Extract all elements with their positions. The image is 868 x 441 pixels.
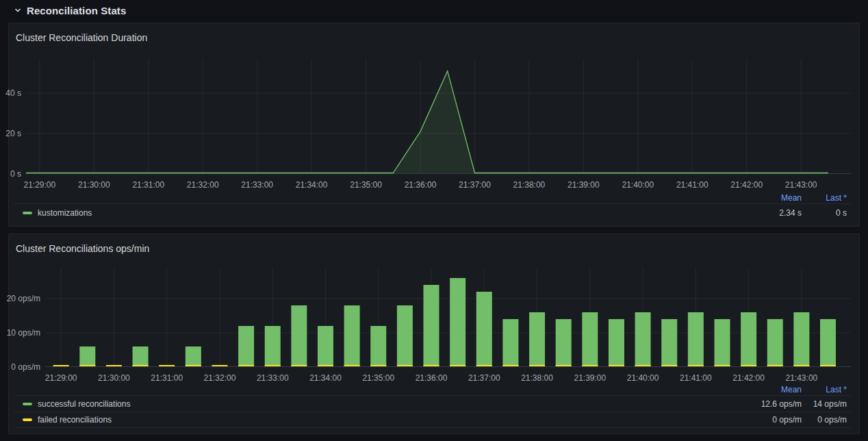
x-axis-tick-label: 21:31:00: [151, 373, 183, 383]
bar-failed-reconciliations: [106, 365, 122, 366]
dashboard-row-header[interactable]: Reconciliation Stats: [14, 2, 126, 18]
y-axis-tick-label: 10 ops/m: [3, 328, 40, 338]
x-axis-tick-label: 21:35:00: [362, 373, 394, 383]
legend-mean-value: 0 ops/m: [733, 415, 802, 425]
bar-failed-reconciliations: [820, 365, 836, 366]
legend-header: Mean Last *: [14, 383, 851, 395]
y-axis-tick-label: 0 ops/m: [3, 362, 40, 372]
bar-failed-reconciliations: [767, 365, 783, 366]
legend-mean-header[interactable]: Mean: [733, 193, 802, 203]
bar-failed-reconciliations: [133, 365, 149, 366]
bar-failed-reconciliations: [556, 365, 572, 366]
bar-successful-reconciliations: [767, 319, 783, 366]
bar-successful-reconciliations: [793, 312, 809, 366]
bar-failed-reconciliations: [450, 365, 465, 366]
x-axis-tick-label: 21:34:00: [296, 180, 328, 190]
x-axis-tick-label: 21:41:00: [680, 373, 712, 383]
panel-title[interactable]: Cluster Reconciliations ops/min: [16, 243, 149, 254]
legend-mean-value: 2.34 s: [733, 208, 802, 218]
duration-legend: Mean Last * kustomizations 2.34 s 0 s: [14, 192, 851, 221]
x-axis-tick-label: 21:43:00: [785, 180, 817, 190]
bar-successful-reconciliations: [556, 319, 572, 366]
bar-successful-reconciliations: [265, 326, 281, 366]
series-label[interactable]: kustomizations: [38, 208, 92, 218]
legend-last-value: 14 ops/m: [802, 399, 847, 409]
legend-last-header[interactable]: Last *: [802, 193, 847, 203]
legend-header: Mean Last *: [14, 192, 851, 203]
bar-successful-reconciliations: [741, 312, 756, 366]
x-axis-tick-label: 21:35:00: [350, 180, 382, 190]
bar-failed-reconciliations: [714, 365, 730, 366]
series-area-fill: [26, 71, 828, 174]
x-axis-tick-label: 21:42:00: [730, 180, 763, 190]
grafana-dashboard: Reconciliation Stats Cluster Reconciliat…: [0, 0, 868, 441]
bar-successful-reconciliations: [529, 312, 545, 366]
x-axis-tick-label: 21:38:00: [521, 373, 553, 383]
ops-chart-plot: 0 ops/m10 ops/m20 ops/m21:29:0021:30:002…: [45, 268, 851, 367]
bar-failed-reconciliations: [265, 365, 281, 366]
x-axis-tick-label: 21:39:00: [567, 180, 600, 190]
x-axis-tick-label: 21:41:00: [676, 180, 709, 190]
x-axis-tick-label: 21:37:00: [459, 180, 491, 190]
panel-cluster-reconciliations-ops: Cluster Reconciliations ops/min 0 ops/m1…: [8, 234, 860, 434]
bar-failed-reconciliations: [476, 365, 492, 366]
bar-successful-reconciliations: [291, 305, 307, 366]
bar-successful-reconciliations: [397, 305, 413, 366]
duration-chart-plot: 0 s20 s40 s21:29:0021:30:0021:31:0021:32…: [26, 59, 851, 174]
bar-failed-reconciliations: [529, 365, 545, 366]
x-axis-tick-label: 21:34:00: [309, 373, 342, 383]
x-axis-tick-label: 21:39:00: [574, 373, 606, 383]
bar-failed-reconciliations: [741, 365, 756, 366]
legend-row-successful: successful reconciliations 12.6 ops/m 14…: [14, 395, 851, 412]
x-axis-tick-label: 21:36:00: [405, 180, 437, 190]
bar-failed-reconciliations: [370, 365, 386, 366]
bar-successful-reconciliations: [635, 312, 651, 366]
bar-successful-reconciliations: [370, 326, 386, 366]
legend-mean-value: 12.6 ops/m: [733, 399, 802, 409]
ops-legend: Mean Last * successful reconciliations 1…: [14, 383, 851, 428]
bar-failed-reconciliations: [159, 365, 175, 366]
legend-last-header[interactable]: Last *: [802, 385, 847, 394]
y-axis-tick-label: 0 s: [0, 169, 21, 179]
bar-failed-reconciliations: [609, 365, 624, 366]
bar-successful-reconciliations: [661, 319, 677, 366]
series-label[interactable]: failed reconciliations: [38, 415, 112, 425]
bar-successful-reconciliations: [318, 326, 333, 366]
series-label[interactable]: successful reconciliations: [38, 399, 130, 409]
x-axis-tick-label: 21:32:00: [204, 373, 236, 383]
bar-failed-reconciliations: [582, 365, 598, 366]
legend-row-kustomizations: kustomizations 2.34 s 0 s: [14, 203, 851, 221]
legend-mean-header[interactable]: Mean: [733, 385, 802, 394]
bar-successful-reconciliations: [186, 346, 201, 366]
bar-failed-reconciliations: [424, 365, 439, 366]
bar-successful-reconciliations: [582, 312, 598, 366]
series-color-marker: [23, 418, 32, 421]
x-axis-tick-label: 21:33:00: [257, 373, 289, 383]
y-axis-tick-label: 20 s: [0, 129, 21, 138]
bar-successful-reconciliations: [344, 305, 360, 366]
x-axis-tick-label: 21:30:00: [98, 373, 130, 383]
bar-failed-reconciliations: [344, 365, 360, 366]
bar-failed-reconciliations: [212, 365, 227, 366]
bar-failed-reconciliations: [318, 365, 333, 366]
bar-failed-reconciliations: [793, 365, 809, 366]
bar-successful-reconciliations: [79, 346, 95, 366]
bar-failed-reconciliations: [688, 365, 704, 366]
panel-title[interactable]: Cluster Reconciliation Duration: [16, 32, 147, 43]
x-axis-tick-label: 21:29:00: [24, 180, 56, 190]
x-axis-tick-label: 21:40:00: [627, 373, 659, 383]
bar-successful-reconciliations: [133, 346, 149, 366]
legend-last-value: 0 ops/m: [802, 415, 847, 425]
x-axis-tick-label: 21:42:00: [732, 373, 765, 383]
legend-last-value: 0 s: [802, 208, 847, 218]
y-axis-tick-label: 20 ops/m: [3, 294, 40, 303]
x-axis-tick-label: 21:30:00: [78, 180, 110, 190]
x-axis-tick-label: 21:32:00: [187, 180, 219, 190]
bar-failed-reconciliations: [53, 365, 69, 366]
bar-failed-reconciliations: [661, 365, 677, 366]
bar-failed-reconciliations: [635, 365, 651, 366]
bar-failed-reconciliations: [186, 365, 201, 366]
bar-successful-reconciliations: [714, 319, 730, 366]
bar-failed-reconciliations: [238, 365, 254, 366]
series-color-marker: [23, 403, 32, 405]
